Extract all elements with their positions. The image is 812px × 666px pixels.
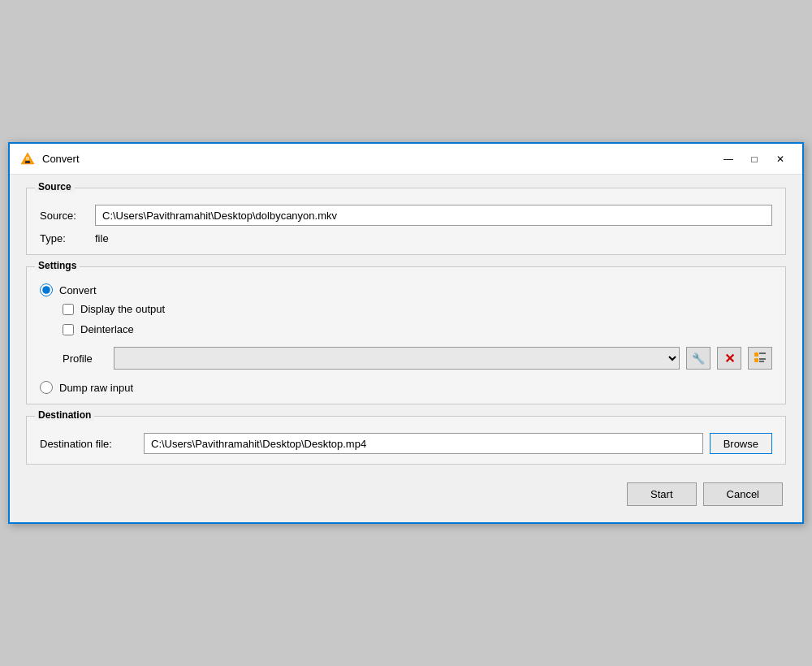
radio-group: Convert [40,283,772,296]
svg-rect-1 [25,161,30,163]
source-label: Source: [40,210,89,222]
source-section-title: Source [35,181,75,192]
wrench-icon: 🔧 [692,352,705,365]
convert-window: Convert — □ ✕ Source Source: Type: file … [8,142,804,524]
convert-radio-item[interactable]: Convert [40,283,772,296]
profile-select[interactable] [114,347,680,370]
convert-label: Convert [59,284,97,296]
browse-button[interactable]: Browse [710,433,772,454]
display-output-item[interactable]: Display the output [63,303,772,315]
destination-grid: Destination file: Browse [40,433,772,454]
title-bar: Convert — □ ✕ [10,144,802,175]
svg-rect-6 [754,358,758,362]
maximize-button[interactable]: □ [742,149,767,169]
deinterlace-checkbox[interactable] [63,324,74,335]
close-button[interactable]: ✕ [768,149,793,169]
svg-rect-5 [759,352,766,354]
profile-delete-button[interactable]: ✕ [717,347,741,370]
vlc-icon [19,151,36,167]
checkbox-group: Display the output Deinterlace [63,303,772,335]
svg-rect-8 [759,361,764,362]
convert-radio[interactable] [40,283,53,296]
settings-section-title: Settings [35,260,80,271]
profile-label: Profile [63,352,107,365]
source-grid: Source: Type: file [40,205,772,244]
source-input[interactable] [95,205,772,226]
svg-rect-4 [754,352,758,357]
dump-raw-item[interactable]: Dump raw input [40,381,772,394]
destination-section: Destination Destination file: Browse [26,416,786,465]
bottom-buttons: Start Cancel [26,476,786,509]
type-label: Type: [40,232,89,244]
title-bar-buttons: — □ ✕ [716,149,793,169]
cancel-button[interactable]: Cancel [703,482,783,506]
deinterlace-label: Deinterlace [80,323,134,335]
profile-edit-button[interactable]: 🔧 [686,347,710,370]
start-button[interactable]: Start [627,482,696,506]
svg-rect-7 [759,358,766,360]
dump-raw-radio[interactable] [40,381,53,394]
window-title: Convert [42,153,716,165]
type-value: file [95,232,772,244]
profile-list-button[interactable] [748,347,772,370]
minimize-button[interactable]: — [716,149,741,169]
dump-raw-label: Dump raw input [59,382,133,394]
settings-section: Settings Convert Display the output Dein… [26,266,786,404]
source-section: Source Source: Type: file [26,188,786,255]
dest-label: Destination file: [40,438,137,450]
display-output-checkbox[interactable] [63,304,74,315]
deinterlace-item[interactable]: Deinterlace [63,323,772,335]
display-output-label: Display the output [80,303,165,315]
destination-section-title: Destination [35,409,94,421]
delete-icon: ✕ [724,351,735,366]
profile-row: Profile 🔧 ✕ [63,347,772,370]
list-icon [754,351,767,366]
window-content: Source Source: Type: file Settings Conve… [10,175,802,522]
dest-input[interactable] [144,433,703,454]
